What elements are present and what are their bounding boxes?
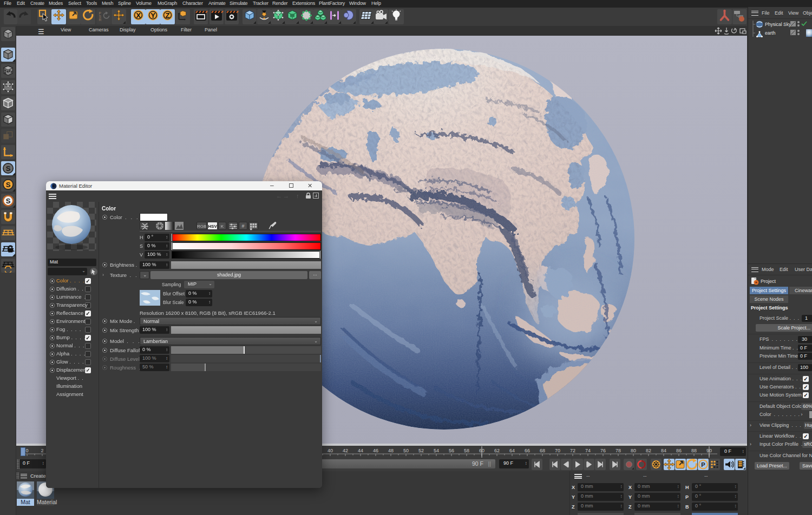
svg-text:R: R — [99, 18, 102, 22]
svg-text:80: 80 — [631, 448, 636, 453]
svg-text:42: 42 — [343, 448, 348, 453]
svg-text:S: S — [6, 181, 11, 189]
svg-text:64: 64 — [509, 448, 515, 453]
svg-text:P: P — [701, 461, 705, 468]
svg-text:Z: Z — [166, 11, 170, 19]
svg-text:S: S — [6, 197, 11, 205]
svg-text:S: S — [6, 164, 11, 173]
svg-text:66: 66 — [525, 448, 530, 453]
svg-text:50: 50 — [403, 448, 409, 453]
svg-text:2: 2 — [41, 448, 43, 453]
svg-text:58: 58 — [464, 448, 469, 453]
svg-text:44: 44 — [358, 448, 363, 453]
svg-text:52: 52 — [418, 448, 424, 453]
svg-text:84: 84 — [661, 448, 666, 453]
svg-text:82: 82 — [646, 448, 651, 453]
svg-text:88: 88 — [691, 448, 697, 453]
svg-text:72: 72 — [570, 448, 575, 453]
svg-text:40: 40 — [328, 448, 333, 453]
svg-text:74: 74 — [585, 448, 591, 453]
svg-text:46: 46 — [373, 448, 378, 453]
svg-text:X: X — [136, 11, 141, 19]
svg-text:76: 76 — [600, 448, 606, 453]
svg-text:78: 78 — [615, 448, 621, 453]
svg-text:70: 70 — [555, 448, 560, 453]
svg-text:0: 0 — [25, 448, 28, 453]
svg-text:86: 86 — [676, 448, 682, 453]
svg-text:Y: Y — [150, 11, 155, 19]
svg-text:68: 68 — [540, 448, 545, 453]
svg-text:54: 54 — [434, 448, 439, 453]
svg-text:62: 62 — [494, 448, 500, 453]
svg-text:48: 48 — [388, 448, 394, 453]
svg-text:56: 56 — [449, 448, 454, 453]
